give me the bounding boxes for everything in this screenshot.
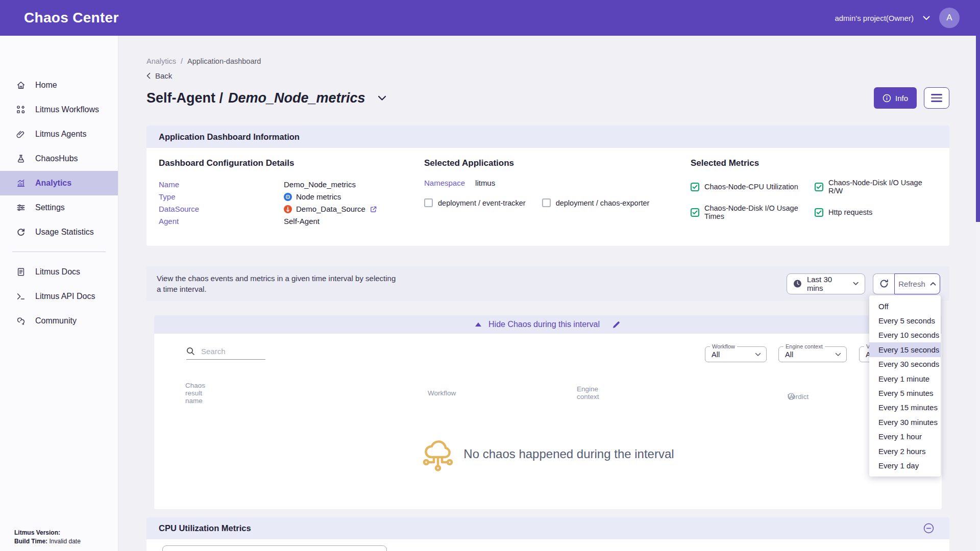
community-icon (16, 316, 26, 325)
chevron-up-icon (930, 282, 936, 286)
refresh-rate-button[interactable]: Refresh (894, 273, 940, 294)
chevron-down-icon[interactable] (923, 16, 930, 20)
scrollbar-thumb[interactable] (976, 36, 980, 222)
hide-chaos-label[interactable]: Hide Chaos during this interval (488, 320, 600, 329)
menu-item-every-30-seconds[interactable]: Every 30 seconds (869, 357, 941, 371)
edit-pencil-icon[interactable] (612, 320, 621, 329)
interval-controls: Last 30 mins Refresh (787, 273, 940, 294)
application-checkbox-chaos-exporter[interactable]: deployment / chaos-exporter (542, 198, 650, 207)
sidebar-item-usage-statistics[interactable]: Usage Statistics (0, 220, 118, 244)
chaoshubs-icon (16, 154, 26, 163)
metric-checkbox-disk-times[interactable]: Chaos-Node-Disk I/O Usage Times (691, 204, 815, 220)
sidebar-item-chaoshubs[interactable]: ChaosHubs (0, 146, 118, 171)
application-checkbox-event-tracker[interactable]: deployment / event-tracker (424, 198, 526, 207)
search-field[interactable] (186, 347, 265, 360)
analytics-icon (16, 179, 26, 188)
info-button[interactable]: Info (874, 87, 917, 109)
namespace-value: litmus (475, 179, 495, 187)
search-input[interactable] (201, 347, 257, 356)
refresh-now-button[interactable] (873, 273, 894, 294)
menu-item-every-10-seconds[interactable]: Every 10 seconds (869, 328, 941, 342)
configuration-details-column: Dashboard Configuration Details Name Dem… (159, 158, 424, 228)
sidebar-item-litmus-workflows[interactable]: Litmus Workflows (0, 97, 118, 122)
sidebar-item-litmus-api-docs[interactable]: Litmus API Docs (0, 284, 118, 309)
menu-item-every-5-minutes[interactable]: Every 5 minutes (869, 386, 941, 400)
avatar[interactable]: A (939, 8, 960, 28)
external-link-icon[interactable] (370, 206, 377, 213)
panel-title: Application Dashboard Information (159, 132, 300, 142)
settings-icon (16, 203, 26, 212)
build-time-value: Invalid date (49, 538, 80, 545)
menu-item-every-1-day[interactable]: Every 1 day (869, 458, 941, 472)
empty-state-message: No chaos happened during the interval (463, 447, 674, 461)
title-agent: Self-Agent / (146, 90, 223, 106)
main-content: Analytics / Application-dashboard Back S… (118, 36, 976, 551)
top-app-bar: Chaos Center admin's project(Owner) A (0, 0, 980, 36)
menu-item-every-15-minutes[interactable]: Every 15 minutes (869, 400, 941, 415)
menu-item-every-1-minute[interactable]: Every 1 minute (869, 371, 941, 386)
project-selector[interactable]: admin's project(Owner) (835, 14, 914, 22)
version-label: Litmus Version: (14, 529, 60, 536)
column-title: Dashboard Configuration Details (159, 158, 424, 168)
sidebar-item-label: Litmus API Docs (35, 292, 95, 301)
chevron-down-icon (853, 282, 859, 286)
engine-context-filter-select[interactable]: Engine context All (778, 346, 847, 362)
checkbox-label: Chaos-Node-Disk I/O Usage R/W (828, 179, 937, 195)
checkbox-checked[interactable] (691, 208, 699, 217)
dashboard-menu-button[interactable] (924, 87, 949, 109)
dashboard-info-body: Dashboard Configuration Details Name Dem… (146, 148, 949, 246)
title-actions: Info (874, 87, 949, 109)
checkbox-unchecked[interactable] (542, 198, 551, 207)
collapse-triangle-icon[interactable] (475, 322, 481, 327)
sidebar-item-litmus-docs[interactable]: Litmus Docs (0, 260, 118, 284)
sidebar-secondary-nav: Litmus Docs Litmus API Docs Community (0, 259, 118, 333)
clock-icon (793, 279, 802, 288)
field-label: Agent (159, 215, 284, 228)
workflow-filter-select[interactable]: Workflow All (705, 346, 767, 362)
menu-item-every-15-seconds[interactable]: Every 15 seconds (869, 342, 941, 357)
checkbox-label: Http requests (828, 208, 872, 216)
sidebar-item-label: Analytics (35, 179, 71, 188)
refresh-rate-menu: Off Every 5 seconds Every 10 seconds Eve… (869, 295, 941, 477)
checkbox-checked[interactable] (815, 208, 823, 217)
sidebar-item-label: Settings (35, 203, 65, 212)
interval-description: View the chaos events and metrics in a g… (157, 273, 397, 294)
empty-state: No chaos happened during the interval (154, 436, 942, 472)
checkbox-checked[interactable] (691, 183, 699, 191)
config-row-agent: Agent Self-Agent (159, 215, 424, 228)
vertical-scrollbar[interactable] (976, 36, 980, 551)
menu-item-every-2-hours[interactable]: Every 2 hours (869, 444, 941, 458)
chaos-events-panel: Hide Chaos during this interval Workflow… (154, 315, 942, 509)
account-area: admin's project(Owner) A (835, 8, 960, 28)
table-header-row: Chaos result name Workflow Engine contex… (154, 393, 942, 403)
menu-item-every-1-hour[interactable]: Every 1 hour (869, 430, 941, 444)
sidebar-footer: Litmus Version: Build Time: Invalid date (14, 529, 81, 546)
sidebar-item-settings[interactable]: Settings (0, 195, 118, 220)
metric-checkbox-cpu[interactable]: Chaos-Node-CPU Utilization (691, 179, 815, 195)
dashboard-info-panel-header: Application Dashboard Information (146, 126, 949, 148)
metric-checkbox-http[interactable]: Http requests (815, 204, 937, 220)
search-icon (186, 347, 195, 356)
menu-item-every-5-seconds[interactable]: Every 5 seconds (869, 313, 941, 328)
filter-value: All (785, 350, 793, 359)
info-button-label: Info (895, 94, 908, 103)
info-icon (883, 94, 891, 103)
back-button[interactable]: Back (146, 71, 182, 80)
time-range-select[interactable]: Last 30 mins (787, 273, 865, 294)
checkbox-label: deployment / chaos-exporter (556, 199, 650, 207)
checkbox-unchecked[interactable] (424, 198, 433, 207)
metric-checkbox-disk-rw[interactable]: Chaos-Node-Disk I/O Usage R/W (815, 179, 937, 195)
sidebar-item-community[interactable]: Community (0, 309, 118, 333)
breadcrumb-analytics[interactable]: Analytics (146, 57, 176, 65)
title-chevron-down-icon[interactable] (378, 95, 386, 101)
dashboard-info-panel: Application Dashboard Information Dashbo… (146, 126, 949, 246)
namespace-label: Namespace (424, 179, 465, 187)
checkbox-checked[interactable] (815, 183, 823, 191)
menu-item-off[interactable]: Off (869, 299, 941, 313)
collapse-minus-icon[interactable] (923, 523, 934, 534)
sidebar-item-home[interactable]: Home (0, 73, 118, 97)
checkbox-label: deployment / event-tracker (438, 199, 526, 207)
menu-item-every-30-minutes[interactable]: Every 30 minutes (869, 415, 941, 429)
sidebar-item-litmus-agents[interactable]: Litmus Agents (0, 122, 118, 146)
sidebar-item-analytics[interactable]: Analytics (0, 171, 118, 195)
